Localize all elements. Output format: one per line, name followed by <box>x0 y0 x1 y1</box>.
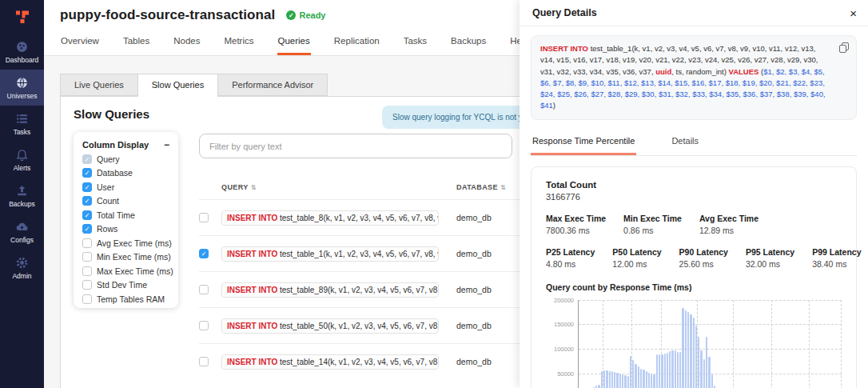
column-option: Count <box>82 196 169 206</box>
column-display-title: Column Display <box>82 140 149 150</box>
checkbox[interactable] <box>82 196 92 206</box>
chart-title: Query count by Response Time (ms) <box>546 282 842 292</box>
query-text: INSERT INTO test_table_50(k, v1, v2, v3,… <box>221 318 439 334</box>
tasks-icon <box>15 112 29 126</box>
query-text: INSERT INTO test_table_89(k, v1, v2, v3,… <box>221 282 439 298</box>
query-details-panel: Query Details × INSERT INTO test_table_1… <box>520 0 868 388</box>
metric: Min Exec Time0.86 ms <box>623 214 682 235</box>
subtab-slow-queries[interactable]: Slow Queries <box>137 74 217 97</box>
checkbox[interactable] <box>82 266 92 276</box>
sidebar-item-admin[interactable]: Admin <box>0 250 44 286</box>
app-root: DashboardUniversesTasksAlertsBackupsConf… <box>0 0 868 388</box>
histogram-bars <box>579 300 842 388</box>
latency-metrics-row: P25 Latency4.80 msP50 Latency12.00 msP90… <box>546 247 842 269</box>
metric: P50 Latency12.00 ms <box>612 247 661 269</box>
exec-metrics-row: Max Exec Time7800.36 msMin Exec Time0.86… <box>546 214 842 235</box>
configs-icon <box>15 220 29 234</box>
query-text: INSERT INTO test_table_14(k, v1, v2, v3,… <box>221 354 439 370</box>
row-checkbox[interactable] <box>199 285 209 294</box>
column-display-card: Column Display − QueryDatabaseUserCountT… <box>74 132 178 308</box>
yugabyte-logo-icon[interactable] <box>0 0 44 34</box>
sidebar-item-backups[interactable]: Backups <box>0 178 44 214</box>
tab-nodes[interactable]: Nodes <box>173 31 201 55</box>
status-badge: ✓ Ready <box>286 10 325 20</box>
query-column-header[interactable]: QUERY⇅ <box>221 183 450 191</box>
tab-backups[interactable]: Backups <box>450 31 487 55</box>
query-details-title: Query Details <box>532 7 597 18</box>
sidebar: DashboardUniversesTasksAlertsBackupsConf… <box>0 0 44 388</box>
tab-overview[interactable]: Overview <box>60 31 100 55</box>
checkbox[interactable] <box>82 238 92 248</box>
column-options: QueryDatabaseUserCountTotal TimeRowsAvg … <box>82 154 169 304</box>
sidebar-item-dashboard[interactable]: Dashboard <box>0 34 44 70</box>
row-checkbox[interactable] <box>199 213 209 222</box>
chart-y-axis: 050000100000150000200000 <box>546 300 578 388</box>
row-checkbox[interactable] <box>199 249 209 258</box>
universe-title: puppy-food-source-transactional <box>60 7 275 23</box>
metric: P90 Latency25.60 ms <box>679 247 728 269</box>
sidebar-item-alerts[interactable]: Alerts <box>0 142 44 178</box>
details-tabs: Response Time PercentileDetails <box>531 130 857 156</box>
backups-icon <box>15 184 29 198</box>
checkbox[interactable] <box>82 210 92 220</box>
checkbox[interactable] <box>82 168 92 178</box>
ready-check-icon: ✓ <box>286 10 296 20</box>
checkbox[interactable] <box>82 252 92 262</box>
tab-queries[interactable]: Queries <box>277 31 311 55</box>
query-text: INSERT INTO test_table_8(k, v1, v2, v3, … <box>221 210 439 226</box>
checkbox[interactable] <box>82 294 92 304</box>
sidebar-item-universes[interactable]: Universes <box>0 70 44 106</box>
sidebar-nav: DashboardUniversesTasksAlertsBackupsConf… <box>0 34 44 286</box>
column-option: Rows <box>82 224 169 234</box>
column-option: Temp Tables RAM <box>82 294 169 304</box>
tab-tables[interactable]: Tables <box>122 31 150 55</box>
close-icon[interactable]: × <box>850 7 857 19</box>
total-count-label: Total Count <box>546 180 842 190</box>
admin-icon <box>15 256 29 270</box>
metric: Max Exec Time7800.36 ms <box>546 214 606 235</box>
collapse-icon[interactable]: − <box>164 140 169 150</box>
sort-icon: ⇅ <box>251 184 257 191</box>
universes-icon <box>15 76 29 90</box>
column-option: Query <box>82 154 169 164</box>
column-option: Max Exec Time (ms) <box>82 266 169 276</box>
metric: P95 Latency32.00 ms <box>746 247 794 269</box>
sidebar-item-tasks[interactable]: Tasks <box>0 106 44 142</box>
checkbox[interactable] <box>82 280 92 290</box>
details-tab-response-time-percentile[interactable]: Response Time Percentile <box>531 130 636 155</box>
total-count-value: 3166776 <box>546 192 842 202</box>
sort-icon: ⇅ <box>500 184 506 191</box>
checkbox[interactable] <box>82 182 92 192</box>
subtab-live-queries[interactable]: Live Queries <box>60 74 137 96</box>
tab-tasks[interactable]: Tasks <box>403 31 428 55</box>
checkbox[interactable] <box>82 154 92 164</box>
query-text: INSERT INTO test_table_1(k, v1, v2, v3, … <box>221 246 439 262</box>
percentile-card: Total Count 3166776 Max Exec Time7800.36… <box>531 166 857 388</box>
metric: Avg Exec Time12.89 ms <box>699 214 759 235</box>
row-checkbox[interactable] <box>199 321 209 330</box>
query-filter-input[interactable] <box>199 134 512 158</box>
column-option: User <box>82 182 169 192</box>
response-time-histogram: 050000100000150000200000 (1.5,1.6](3.8,4… <box>546 300 842 388</box>
metric: P25 Latency4.80 ms <box>546 247 595 269</box>
column-option: Min Exec Time (ms) <box>82 252 169 262</box>
sidebar-item-configs[interactable]: Configs <box>0 214 44 250</box>
metric: P99 Latency38.40 ms <box>812 247 861 269</box>
column-option: Total Time <box>82 210 169 220</box>
sql-text: INSERT INTO test_table_1(k, v1, v2, v3, … <box>540 44 826 110</box>
tab-replication[interactable]: Replication <box>333 31 380 55</box>
tab-metrics[interactable]: Metrics <box>223 31 254 55</box>
row-checkbox[interactable] <box>199 357 209 366</box>
alerts-icon <box>15 148 29 162</box>
column-option: Avg Exec Time (ms) <box>82 238 169 248</box>
details-tab-details[interactable]: Details <box>670 130 700 155</box>
column-option: Std Dev Time <box>82 280 169 290</box>
checkbox[interactable] <box>82 224 92 234</box>
copy-icon[interactable] <box>839 42 849 53</box>
column-option: Database <box>82 168 169 178</box>
sql-statement: INSERT INTO test_table_1(k, v1, v2, v3, … <box>531 35 857 120</box>
chart-plot-area: (1.5,1.6](3.8,4.0](9.6,10.4](28.8,32.0](… <box>578 300 842 388</box>
subtab-performance-advisor[interactable]: Performance Advisor <box>217 74 328 96</box>
dashboard-icon <box>15 40 29 54</box>
